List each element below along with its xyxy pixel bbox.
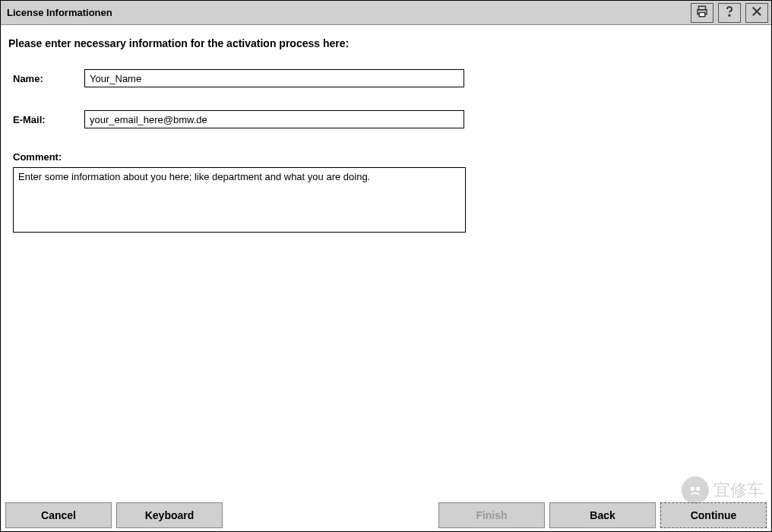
- name-label: Name:: [8, 73, 84, 84]
- titlebar-buttons: [691, 3, 768, 23]
- help-icon: [723, 5, 736, 21]
- email-input[interactable]: [84, 110, 464, 128]
- footer-bar: Cancel Keyboard Finish Back Continue: [1, 499, 771, 531]
- print-button[interactable]: [691, 3, 713, 23]
- license-dialog: License Informationen: [0, 0, 772, 532]
- name-input[interactable]: [84, 69, 464, 87]
- comment-textarea[interactable]: [13, 167, 466, 233]
- comment-section: Comment:: [8, 151, 764, 235]
- email-row: E-Mail:: [8, 110, 764, 128]
- svg-rect-2: [699, 13, 705, 17]
- close-icon: [750, 5, 764, 21]
- window-title: License Informationen: [7, 7, 112, 18]
- email-label: E-Mail:: [8, 114, 84, 125]
- keyboard-button[interactable]: Keyboard: [116, 502, 223, 528]
- instruction-heading: Please enter necessary information for t…: [8, 37, 764, 49]
- finish-button: Finish: [438, 502, 545, 528]
- back-button[interactable]: Back: [549, 502, 656, 528]
- close-button[interactable]: [745, 3, 768, 23]
- comment-label: Comment:: [8, 151, 764, 163]
- name-row: Name:: [8, 69, 764, 87]
- continue-button[interactable]: Continue: [660, 502, 767, 528]
- svg-point-3: [729, 15, 730, 17]
- footer-left: Cancel Keyboard: [5, 502, 223, 527]
- print-icon: [695, 5, 709, 21]
- footer-right: Finish Back Continue: [438, 502, 767, 527]
- help-button[interactable]: [718, 3, 741, 23]
- content-area: Please enter necessary information for t…: [1, 25, 771, 499]
- cancel-button[interactable]: Cancel: [5, 502, 112, 528]
- titlebar: License Informationen: [1, 1, 771, 25]
